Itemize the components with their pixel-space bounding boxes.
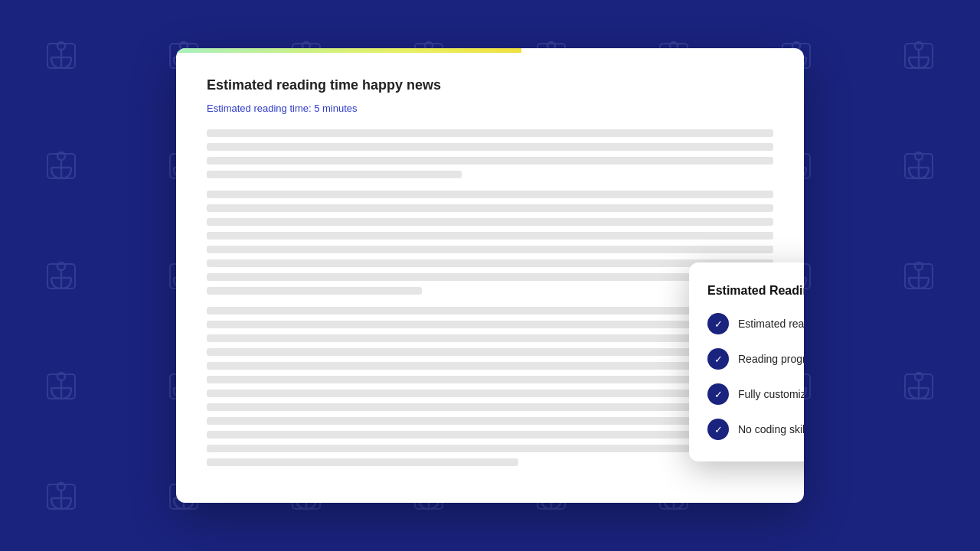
anchor-cell xyxy=(0,220,122,331)
skeleton-line xyxy=(207,171,462,178)
skeleton-line xyxy=(207,143,773,151)
skeleton-line xyxy=(207,232,773,240)
skeleton-line xyxy=(207,417,773,425)
feature-item-2: ✓ Reading progress bar xyxy=(707,348,804,370)
skeleton-line xyxy=(207,334,773,342)
check-icon-4: ✓ xyxy=(707,419,729,440)
feature-card: Estimated Reading Time ✓ Estimated readi… xyxy=(689,262,804,461)
skeleton-paragraph-1 xyxy=(207,129,773,178)
feature-label-4: No coding skills required xyxy=(738,423,804,435)
feature-item-4: ✓ No coding skills required xyxy=(707,419,804,440)
feature-label-1: Estimated reading time xyxy=(738,318,804,330)
skeleton-line xyxy=(207,218,773,226)
skeleton-line xyxy=(207,376,773,383)
anchor-cell xyxy=(858,220,980,331)
feature-item-3: ✓ Fully customizable xyxy=(707,383,804,405)
skeleton-line xyxy=(207,321,773,328)
anchor-cell xyxy=(0,331,122,441)
feature-item-1: ✓ Estimated reading time xyxy=(707,313,804,334)
anchor-cell xyxy=(858,331,980,441)
skeleton-line xyxy=(207,273,773,281)
reading-time-link[interactable]: Estimated reading time: 5 minutes xyxy=(207,103,773,114)
feature-label-2: Reading progress bar xyxy=(738,353,804,365)
feature-label-3: Fully customizable xyxy=(738,388,804,400)
skeleton-line xyxy=(207,458,518,466)
skeleton-line xyxy=(207,348,773,356)
progress-bar-container xyxy=(176,48,804,53)
anchor-cell xyxy=(858,0,980,110)
skeleton-paragraph-3 xyxy=(207,307,773,466)
check-icon-2: ✓ xyxy=(707,348,729,370)
check-icon-3: ✓ xyxy=(707,383,729,405)
skeleton-line xyxy=(207,403,773,411)
skeleton-paragraph-2 xyxy=(207,191,773,295)
skeleton-line xyxy=(207,431,773,439)
skeleton-line xyxy=(207,129,773,137)
check-icon-1: ✓ xyxy=(707,313,729,334)
anchor-cell xyxy=(0,110,122,220)
anchor-cell xyxy=(0,0,122,110)
main-container: Estimated reading time happy news Estima… xyxy=(122,48,858,503)
skeleton-line xyxy=(207,362,773,370)
article-title: Estimated reading time happy news xyxy=(207,77,773,93)
skeleton-line xyxy=(207,191,773,198)
skeleton-line xyxy=(207,259,773,267)
skeleton-line xyxy=(207,246,773,253)
skeleton-line xyxy=(207,287,422,295)
skeleton-line xyxy=(207,445,773,452)
anchor-cell xyxy=(858,110,980,220)
skeleton-line xyxy=(207,157,773,165)
article-card: Estimated reading time happy news Estima… xyxy=(176,48,804,503)
skeleton-line xyxy=(207,307,773,315)
skeleton-line xyxy=(207,390,773,397)
anchor-cell xyxy=(0,441,122,551)
reading-progress-bar xyxy=(176,48,521,53)
skeleton-line xyxy=(207,204,773,212)
feature-card-title: Estimated Reading Time xyxy=(707,284,804,298)
